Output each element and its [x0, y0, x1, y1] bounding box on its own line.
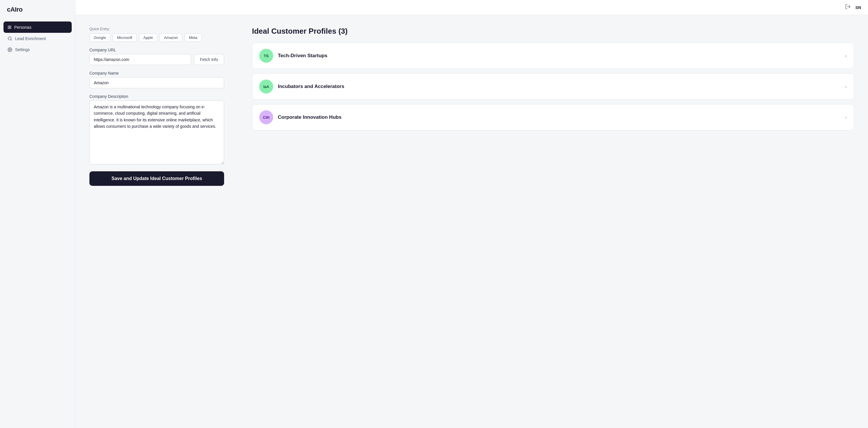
save-update-button[interactable]: Save and Update Ideal Customer Profiles: [89, 171, 224, 186]
user-initials: SN: [856, 5, 861, 10]
quick-entry-chips: Google Microsoft Apple Amazon Meta: [89, 33, 224, 42]
sidebar-item-settings-label: Settings: [15, 47, 30, 52]
url-row: Fetch Info: [89, 54, 224, 65]
personas-icon: ⊞: [7, 24, 11, 30]
lead-enrichment-icon: [7, 36, 12, 41]
right-panel: Ideal Customer Profiles (3) TS Tech-Driv…: [238, 15, 868, 428]
sidebar-item-lead-enrichment[interactable]: Lead Enrichment: [3, 33, 72, 44]
company-url-label: Company URL: [89, 48, 224, 52]
company-name-group: Company Name: [89, 71, 224, 88]
chip-meta[interactable]: Meta: [185, 33, 202, 42]
main-content: Quick Entry: Google Microsoft Apple Amaz…: [75, 15, 868, 428]
sidebar-item-settings[interactable]: Settings: [3, 44, 72, 55]
quick-entry-label: Quick Entry:: [89, 27, 224, 31]
company-name-input[interactable]: [89, 77, 224, 88]
icp-name-ts: Tech-Driven Startups: [278, 53, 840, 59]
company-description-textarea[interactable]: Amazon is a multinational technology com…: [89, 100, 224, 164]
svg-point-2: [9, 49, 10, 50]
sidebar: cAIro ⊞ Personas Lead Enrichment Setting…: [0, 0, 75, 428]
company-description-group: Company Description Amazon is a multinat…: [89, 94, 224, 164]
chip-apple[interactable]: Apple: [139, 33, 157, 42]
chevron-right-icon-iaa: ›: [845, 84, 847, 90]
avatar-iaa: IaA: [259, 80, 273, 93]
left-panel: Quick Entry: Google Microsoft Apple Amaz…: [75, 15, 238, 428]
chip-amazon[interactable]: Amazon: [160, 33, 182, 42]
chevron-right-icon-ts: ›: [845, 53, 847, 59]
sidebar-item-personas[interactable]: ⊞ Personas: [3, 22, 72, 33]
icp-title: Ideal Customer Profiles (3): [252, 27, 854, 36]
chip-microsoft[interactable]: Microsoft: [113, 33, 137, 42]
icp-card-iaa[interactable]: IaA Incubators and Accelerators ›: [252, 73, 854, 100]
avatar-ts: TS: [259, 49, 273, 63]
fetch-info-button[interactable]: Fetch Info: [194, 54, 224, 65]
chip-google[interactable]: Google: [89, 33, 110, 42]
chevron-right-icon-cih: ›: [845, 114, 847, 121]
company-url-group: Company URL Fetch Info: [89, 48, 224, 65]
app-logo: cAIro: [0, 0, 75, 19]
icp-card-cih[interactable]: CIH Corporate Innovation Hubs ›: [252, 104, 854, 130]
sidebar-nav: ⊞ Personas Lead Enrichment Settings: [0, 19, 75, 57]
svg-line-1: [11, 39, 11, 40]
avatar-cih: CIH: [259, 110, 273, 124]
quick-entry-section: Quick Entry: Google Microsoft Apple Amaz…: [89, 27, 224, 42]
icp-name-iaa: Incubators and Accelerators: [278, 84, 840, 89]
main-wrapper: SN Quick Entry: Google Microsoft Apple A…: [75, 0, 868, 428]
sidebar-item-lead-enrichment-label: Lead Enrichment: [15, 36, 46, 41]
topbar: SN: [75, 0, 868, 15]
company-name-label: Company Name: [89, 71, 224, 75]
icp-card-ts[interactable]: TS Tech-Driven Startups ›: [252, 43, 854, 69]
sidebar-item-personas-label: Personas: [14, 25, 31, 30]
icp-name-cih: Corporate Innovation Hubs: [278, 114, 840, 120]
logout-icon[interactable]: [845, 4, 851, 11]
settings-icon: [7, 47, 12, 52]
company-description-label: Company Description: [89, 94, 224, 99]
company-url-input[interactable]: [89, 54, 191, 65]
